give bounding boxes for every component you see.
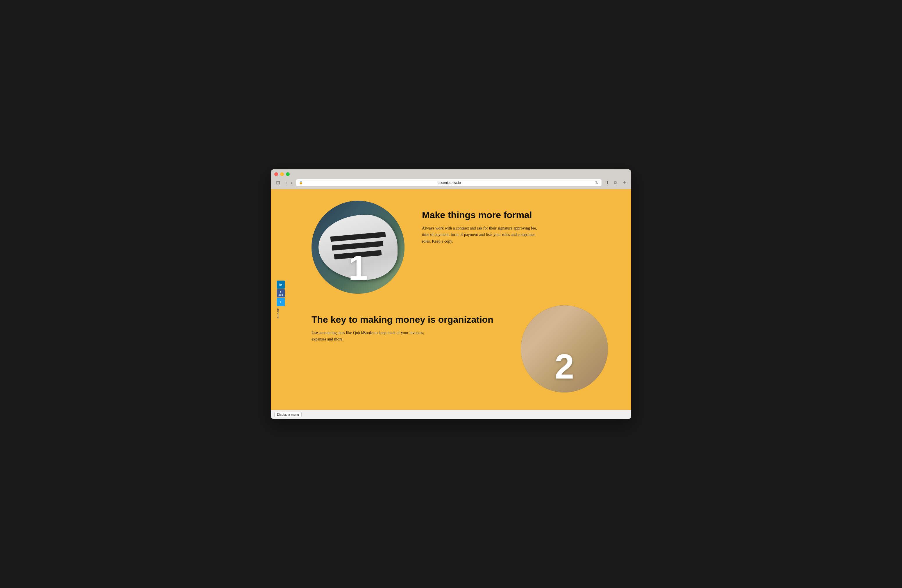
close-button[interactable] (274, 172, 278, 176)
display-menu-button[interactable]: Display a menu (274, 412, 302, 417)
browser-window: ⊡ ‹ › 🔒 accent.setka.io ↻ ⬆ ⧉ + in (271, 169, 631, 419)
bottom-bar: Display a menu (271, 410, 631, 419)
traffic-lights (274, 172, 628, 176)
forward-button[interactable]: › (290, 180, 294, 186)
sidebar-toggle-button[interactable]: ⊡ (274, 179, 282, 186)
section-2-number: 2 (555, 349, 574, 384)
section-2-title: The key to making money is organization (312, 314, 503, 325)
fullscreen-button[interactable] (286, 172, 290, 176)
linkedin-share-button[interactable]: in (277, 280, 285, 288)
section-2: The key to making money is organization … (312, 305, 608, 393)
section-1: 1 Make things more formal Always work wi… (312, 201, 608, 294)
section-1-title: Make things more formal (422, 210, 608, 220)
fullscreen-toolbar-button[interactable]: ⧉ (612, 179, 619, 186)
reload-button[interactable]: ↻ (595, 180, 599, 185)
nav-buttons: ‹ › (284, 180, 293, 186)
facebook-icon: f 283 (279, 290, 283, 296)
twitter-icon: t (280, 300, 281, 303)
section-1-text: Make things more formal Always work with… (422, 201, 608, 245)
url-text: accent.setka.io (305, 181, 594, 185)
minimize-button[interactable] (280, 172, 284, 176)
section-1-image: 1 (312, 201, 404, 294)
share-label: SHARE (277, 308, 285, 318)
browser-chrome: ⊡ ‹ › 🔒 accent.setka.io ↻ ⬆ ⧉ + (271, 169, 631, 189)
back-button[interactable]: ‹ (284, 180, 288, 186)
content-wrapper: 1 Make things more formal Always work wi… (294, 201, 608, 393)
toolbar-right-buttons: ⬆ ⧉ (604, 179, 619, 186)
page-content: in f 283 t SHARE (271, 189, 631, 410)
twitter-share-button[interactable]: t (277, 298, 285, 306)
lock-icon: 🔒 (299, 181, 303, 185)
address-bar[interactable]: 🔒 accent.setka.io ↻ (296, 179, 602, 186)
share-toolbar-button[interactable]: ⬆ (604, 179, 611, 186)
facebook-share-button[interactable]: f 283 (277, 289, 285, 297)
section-2-text: The key to making money is organization … (312, 305, 503, 343)
linkedin-icon: in (279, 283, 282, 286)
share-sidebar: in f 283 t SHARE (277, 280, 285, 318)
toolbar: ⊡ ‹ › 🔒 accent.setka.io ↻ ⬆ ⧉ + (274, 179, 628, 186)
sneaker-stripe-1 (330, 231, 385, 241)
section-1-number: 1 (348, 250, 368, 285)
section-2-body: Use accounting sites like QuickBooks to … (312, 330, 434, 343)
section-1-body: Always work with a contract and ask for … (422, 225, 544, 245)
new-tab-button[interactable]: + (621, 179, 628, 186)
section-2-image: colortango 2 (521, 305, 608, 393)
